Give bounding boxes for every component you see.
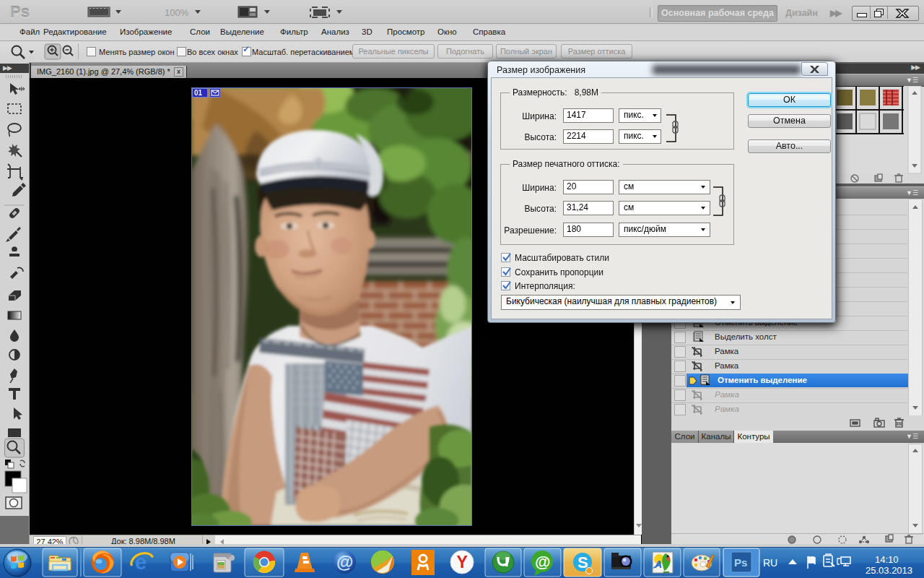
svg-text:@: @ bbox=[336, 552, 353, 571]
svg-text:100%: 100% bbox=[165, 7, 189, 18]
svg-text:A: A bbox=[654, 558, 662, 570]
svg-text:14:10: 14:10 bbox=[875, 554, 899, 565]
svg-text:@: @ bbox=[535, 553, 550, 571]
svg-text:Ps: Ps bbox=[734, 556, 747, 569]
svg-text:25.03.2013: 25.03.2013 bbox=[866, 565, 912, 576]
svg-text:RU: RU bbox=[763, 557, 777, 569]
svg-text:Y: Y bbox=[457, 553, 468, 571]
svg-text:01: 01 bbox=[194, 89, 203, 97]
